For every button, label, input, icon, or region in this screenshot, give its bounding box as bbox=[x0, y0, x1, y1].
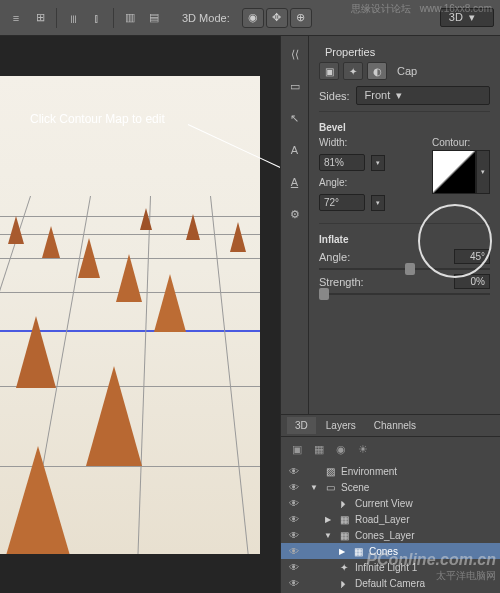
layer-name: Environment bbox=[341, 466, 397, 477]
visibility-icon[interactable]: 👁 bbox=[287, 498, 301, 509]
strength-label: Strength: bbox=[319, 276, 369, 288]
visibility-icon[interactable]: 👁 bbox=[287, 466, 301, 477]
layer-name: Scene bbox=[341, 482, 369, 493]
text-icon[interactable]: A bbox=[285, 172, 305, 192]
visibility-icon[interactable]: 👁 bbox=[287, 546, 301, 557]
text-icon[interactable]: A bbox=[285, 140, 305, 160]
mode-label: 3D Mode: bbox=[182, 12, 230, 24]
cone-object bbox=[42, 226, 60, 258]
filter-material-icon[interactable]: ◉ bbox=[333, 441, 349, 457]
distribute-icon[interactable]: ⫿ bbox=[87, 8, 107, 28]
visibility-icon[interactable]: 👁 bbox=[287, 562, 301, 573]
cone-object bbox=[230, 222, 246, 252]
inflate-angle-value[interactable]: 45° bbox=[454, 249, 490, 264]
tool-icon[interactable]: ▭ bbox=[285, 76, 305, 96]
align-icon[interactable]: ≡ bbox=[6, 8, 26, 28]
filter-mesh-icon[interactable]: ▦ bbox=[311, 441, 327, 457]
deform-type-icon[interactable]: ✦ bbox=[343, 62, 363, 80]
visibility-icon[interactable]: 👁 bbox=[287, 578, 301, 589]
sides-label: Sides: bbox=[319, 90, 350, 102]
contour-map[interactable] bbox=[432, 150, 476, 194]
type-label: Cap bbox=[397, 65, 417, 77]
layer-type-icon: ⏵ bbox=[337, 497, 351, 509]
layer-type-icon: ▨ bbox=[323, 465, 337, 477]
inflate-section: Inflate bbox=[319, 234, 490, 245]
layer-type-icon: ✦ bbox=[337, 561, 351, 573]
chevron-down-icon[interactable]: ▾ bbox=[371, 155, 385, 171]
tool-strip: ⟨⟨ ▭ ↖ A A ⚙ bbox=[281, 36, 309, 414]
cone-object bbox=[0, 446, 76, 554]
distribute-icon[interactable]: ▥ bbox=[120, 8, 140, 28]
chevron-down-icon[interactable]: ▾ bbox=[476, 150, 490, 194]
cone-object bbox=[86, 366, 142, 466]
layer-type-icon: ▦ bbox=[351, 545, 365, 557]
bevel-section: Bevel bbox=[319, 122, 490, 133]
twirl-icon[interactable]: ▼ bbox=[309, 483, 319, 492]
layer-type-icon: ⏵ bbox=[337, 577, 351, 589]
annotation-text: Click Contour Map to edit bbox=[30, 112, 165, 126]
distribute-icon[interactable]: ▤ bbox=[144, 8, 164, 28]
twirl-icon[interactable]: ▶ bbox=[337, 547, 347, 556]
cursor-icon[interactable]: ↖ bbox=[285, 108, 305, 128]
orbit-icon[interactable]: ◉ bbox=[242, 8, 264, 28]
visibility-icon[interactable]: 👁 bbox=[287, 482, 301, 493]
layer-row[interactable]: 👁▼▭Scene bbox=[281, 479, 500, 495]
properties-tab[interactable]: Properties bbox=[319, 42, 490, 62]
layer-name: Road_Layer bbox=[355, 514, 409, 525]
cap-type-icon[interactable]: ◐ bbox=[367, 62, 387, 80]
layer-type-icon: ▭ bbox=[323, 481, 337, 493]
visibility-icon[interactable]: 👁 bbox=[287, 530, 301, 541]
move-icon[interactable]: ⊕ bbox=[290, 8, 312, 28]
filter-light-icon[interactable]: ☀ bbox=[355, 441, 371, 457]
watermark-top-right: www.16xx8.com bbox=[420, 3, 492, 14]
cone-object bbox=[8, 216, 24, 244]
canvas-3d-scene[interactable] bbox=[0, 76, 260, 554]
align-icon[interactable]: ⊞ bbox=[30, 8, 50, 28]
strength-value[interactable]: 0% bbox=[454, 274, 490, 289]
layer-name: Current View bbox=[355, 498, 413, 509]
layer-row[interactable]: 👁▶▦Road_Layer bbox=[281, 511, 500, 527]
inflate-angle-slider[interactable] bbox=[319, 268, 490, 270]
tab-channels[interactable]: Channels bbox=[366, 417, 424, 434]
collapse-icon[interactable]: ⟨⟨ bbox=[285, 44, 305, 64]
cone-object bbox=[78, 238, 100, 278]
adjust-icon[interactable]: ⚙ bbox=[285, 204, 305, 224]
distribute-icon[interactable]: ⫼ bbox=[63, 8, 83, 28]
watermark-top-left: 思缘设计论坛 bbox=[351, 3, 411, 14]
twirl-icon[interactable]: ▼ bbox=[323, 531, 333, 540]
pan-icon[interactable]: ✥ bbox=[266, 8, 288, 28]
layer-name: Cones_Layer bbox=[355, 530, 414, 541]
layer-row[interactable]: 👁⏵Current View bbox=[281, 495, 500, 511]
cone-object bbox=[140, 208, 152, 230]
angle-label: Angle: bbox=[319, 177, 420, 188]
strength-slider[interactable] bbox=[319, 293, 490, 295]
sides-select[interactable]: Front ▾ bbox=[356, 86, 490, 105]
filter-scene-icon[interactable]: ▣ bbox=[289, 441, 305, 457]
tab-3d[interactable]: 3D bbox=[287, 417, 316, 434]
viewport[interactable]: Click Contour Map to edit bbox=[0, 36, 280, 593]
cone-object bbox=[16, 316, 56, 388]
visibility-icon[interactable]: 👁 bbox=[287, 514, 301, 525]
layer-type-icon: ▦ bbox=[337, 513, 351, 525]
watermark-bottom: PConline.com.cn 太平洋电脑网 bbox=[366, 551, 496, 583]
tab-layers[interactable]: Layers bbox=[318, 417, 364, 434]
angle-input[interactable] bbox=[319, 194, 365, 211]
cone-object bbox=[154, 274, 186, 332]
layer-row[interactable]: 👁▨Environment bbox=[281, 463, 500, 479]
chevron-down-icon[interactable]: ▾ bbox=[371, 195, 385, 211]
mesh-type-icon[interactable]: ▣ bbox=[319, 62, 339, 80]
width-label: Width: bbox=[319, 137, 420, 148]
cone-object bbox=[116, 254, 142, 302]
inflate-angle-label: Angle: bbox=[319, 251, 369, 263]
contour-label: Contour: bbox=[432, 137, 490, 148]
layer-type-icon: ▦ bbox=[337, 529, 351, 541]
width-input[interactable] bbox=[319, 154, 365, 171]
layer-row[interactable]: 👁▼▦Cones_Layer bbox=[281, 527, 500, 543]
twirl-icon[interactable]: ▶ bbox=[323, 515, 333, 524]
cone-object bbox=[186, 214, 200, 240]
